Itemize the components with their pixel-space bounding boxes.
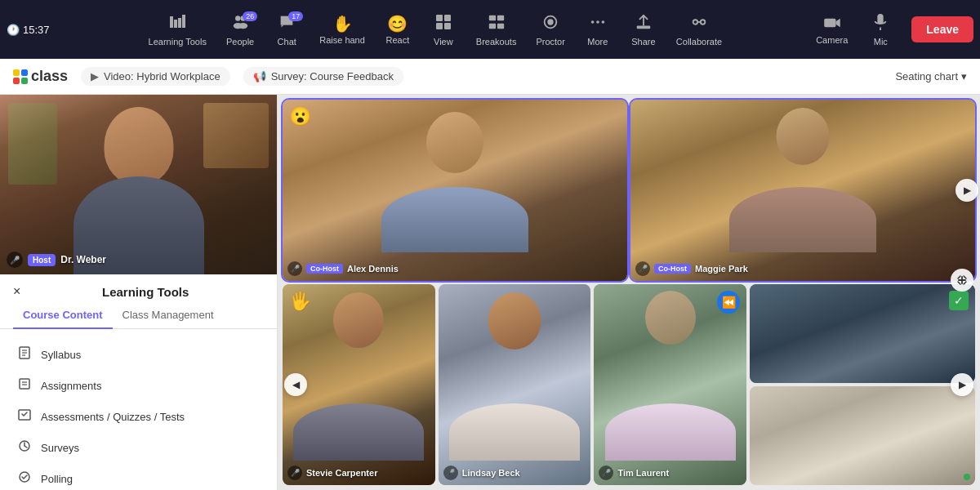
- leave-button[interactable]: Leave: [911, 16, 973, 42]
- stevie-name: Stevie Carpenter: [306, 468, 377, 478]
- svg-rect-0: [170, 16, 173, 28]
- svg-rect-2: [178, 18, 181, 28]
- svg-rect-9: [444, 15, 451, 21]
- learning-tools-panel: × Learning Tools Course Content Class Ma…: [0, 274, 277, 490]
- nav-item-camera[interactable]: Camera: [808, 10, 856, 50]
- bottom-row-prev-arrow[interactable]: ◀: [284, 373, 307, 396]
- nav-label-more: More: [587, 37, 608, 47]
- participant-label-stevie: 🎤 Stevie Carpenter: [287, 466, 377, 480]
- top-row-next-arrow[interactable]: ▶: [956, 179, 978, 202]
- stevie-mic-icon: 🎤: [287, 466, 302, 480]
- nav-item-react[interactable]: 😊 React: [376, 9, 419, 50]
- video-pill[interactable]: ▶ Video: Hybrid Workplace: [81, 67, 230, 86]
- survey-pill[interactable]: 📢 Survey: Course Feedback: [243, 67, 403, 86]
- alex-mic-icon: 🎤: [287, 261, 302, 276]
- host-video: 🎤 Host Dr. Weber: [0, 95, 277, 274]
- svg-point-7: [238, 22, 247, 28]
- nav-label-collaborate: Collaborate: [676, 37, 722, 47]
- assessments-label: Assessments / Quizzes / Tests: [41, 411, 185, 423]
- nav-item-proctor[interactable]: Proctor: [528, 8, 572, 51]
- logo-icon: [13, 69, 28, 84]
- lt-close-button[interactable]: ×: [13, 284, 20, 299]
- nav-right: Camera Mic Leave: [808, 8, 973, 51]
- assessments-icon: [16, 408, 33, 425]
- topbar-time: 🕐 15:37: [7, 24, 50, 36]
- lt-items: Syllabus Assignments Assessments / Quizz…: [0, 332, 277, 490]
- camera-icon: [823, 15, 841, 33]
- nav-label-share: Share: [631, 37, 655, 47]
- syllabus-icon: [16, 346, 33, 363]
- svg-rect-3: [182, 15, 185, 28]
- host-label: 🎤 Host Dr. Weber: [7, 252, 106, 268]
- lt-item-syllabus[interactable]: Syllabus: [0, 339, 277, 370]
- nav-item-share[interactable]: Share: [622, 8, 665, 51]
- main-area: 🎤 Host Dr. Weber × Learning Tools Course…: [0, 95, 980, 490]
- participant-cell-tim: ⏪ 🎤 Tim Laurent: [594, 284, 746, 485]
- alex-name: Alex Dennis: [347, 264, 399, 274]
- nav-item-mic[interactable]: Mic: [859, 8, 902, 51]
- nav-label-react: React: [385, 35, 409, 45]
- nav-label-raise-hand: Raise hand: [319, 35, 365, 45]
- nav-item-breakouts[interactable]: Breakouts: [468, 8, 525, 51]
- participant-label-lindsay: 🎤 Lindsay Beck: [443, 466, 520, 480]
- svg-point-17: [547, 19, 553, 24]
- maggie-mic-icon: 🎤: [635, 261, 650, 276]
- svg-rect-31: [20, 379, 29, 389]
- svg-point-19: [596, 20, 599, 24]
- svg-rect-13: [497, 15, 504, 20]
- tab-course-content[interactable]: Course Content: [13, 302, 113, 329]
- collaborate-icon: [690, 13, 708, 35]
- host-name: Dr. Weber: [60, 254, 106, 265]
- left-panel: 🎤 Host Dr. Weber × Learning Tools Course…: [0, 95, 278, 490]
- nav-item-collaborate[interactable]: Collaborate: [668, 8, 730, 51]
- tim-mic-icon: 🎤: [599, 466, 613, 480]
- tab-class-management[interactable]: Class Management: [113, 302, 224, 329]
- extra1-check-icon: ✓: [949, 291, 969, 310]
- breakouts-icon: [488, 13, 506, 35]
- participant-cell-extra1: ✓: [750, 284, 975, 383]
- bottom-row-next-arrow[interactable]: ▶: [951, 373, 973, 396]
- tim-back-icon[interactable]: ⏪: [717, 291, 740, 314]
- maggie-cohost-badge: Co-Host: [654, 264, 691, 274]
- participant-label-tim: 🎤 Tim Laurent: [599, 466, 669, 480]
- lt-item-assessments[interactable]: Assessments / Quizzes / Tests: [0, 401, 277, 432]
- nav-item-people[interactable]: 26 People: [218, 8, 262, 51]
- video-pill-icon: ▶: [91, 70, 99, 82]
- surveys-label: Surveys: [41, 442, 79, 454]
- logo-dot-blue: [21, 69, 28, 76]
- nav-item-learning-tools[interactable]: Learning Tools: [140, 8, 215, 51]
- lt-item-surveys[interactable]: Surveys: [0, 432, 277, 463]
- time-display: 15:37: [23, 24, 50, 36]
- logo-text: class: [31, 68, 68, 85]
- people-badge: 26: [243, 11, 257, 21]
- nav-item-view[interactable]: View: [422, 8, 465, 51]
- assignments-icon: [16, 377, 33, 394]
- nav-item-raise-hand[interactable]: ✋ Raise hand: [311, 9, 373, 50]
- nav-label-view: View: [434, 37, 453, 47]
- video-label: Video: Hybrid Workplace: [104, 70, 220, 82]
- svg-rect-1: [174, 20, 177, 28]
- svg-rect-8: [436, 15, 443, 21]
- host-person-bg: [0, 95, 277, 274]
- lt-item-polling[interactable]: Polling: [0, 463, 277, 490]
- nav-label-proctor: Proctor: [536, 37, 564, 47]
- seating-chart-button[interactable]: Seating chart ▾: [895, 70, 967, 82]
- learning-tools-icon: [168, 13, 186, 35]
- extra2-online-dot: [964, 474, 970, 480]
- svg-rect-14: [488, 23, 495, 28]
- topbar: 🕐 15:37 Learning Tools 26 People 17 Chat…: [0, 0, 980, 59]
- expand-icon[interactable]: [951, 269, 973, 292]
- lt-item-assignments[interactable]: Assignments: [0, 370, 277, 401]
- nav-item-chat[interactable]: 17 Chat: [265, 8, 308, 51]
- nav-label-camera: Camera: [816, 35, 848, 45]
- nav-items: Learning Tools 26 People 17 Chat ✋ Raise…: [63, 8, 808, 51]
- svg-point-4: [235, 16, 240, 20]
- nav-label-learning-tools: Learning Tools: [149, 37, 207, 47]
- participant-cell-maggie: 🎤 Co-Host Maggie Park: [630, 100, 975, 281]
- lindsay-name: Lindsay Beck: [462, 468, 520, 478]
- share-icon: [635, 13, 653, 35]
- svg-rect-24: [824, 18, 835, 27]
- nav-item-more[interactable]: More: [577, 8, 619, 51]
- svg-rect-10: [436, 23, 443, 29]
- svg-point-20: [601, 20, 604, 24]
